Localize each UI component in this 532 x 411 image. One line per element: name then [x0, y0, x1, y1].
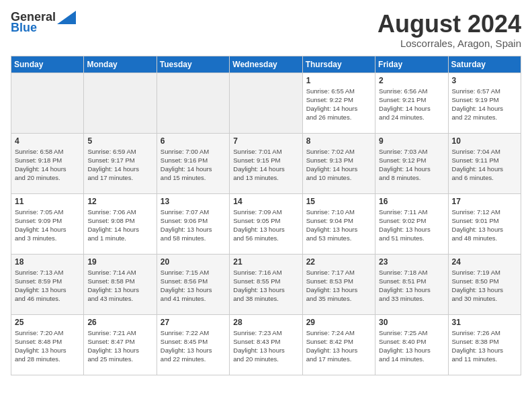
day-info: Sunrise: 7:23 AM Sunset: 8:43 PM Dayligh… [233, 328, 298, 364]
day-info: Sunrise: 6:55 AM Sunset: 9:22 PM Dayligh… [306, 87, 371, 122]
weekday-header-wednesday: Wednesday [230, 56, 302, 73]
day-info: Sunrise: 7:16 AM Sunset: 8:55 PM Dayligh… [233, 268, 298, 304]
day-info: Sunrise: 7:15 AM Sunset: 8:56 PM Dayligh… [161, 268, 226, 304]
day-info: Sunrise: 7:20 AM Sunset: 8:48 PM Dayligh… [15, 328, 80, 364]
day-info: Sunrise: 7:26 AM Sunset: 8:38 PM Dayligh… [452, 328, 517, 364]
day-info: Sunrise: 6:56 AM Sunset: 9:21 PM Dayligh… [379, 87, 444, 122]
day-number: 28 [233, 318, 298, 327]
weekday-header-friday: Friday [375, 56, 448, 73]
day-cell-23: 23Sunrise: 7:18 AM Sunset: 8:51 PM Dayli… [375, 254, 448, 314]
calendar-table: SundayMondayTuesdayWednesdayThursdayFrid… [11, 56, 521, 375]
day-number: 24 [452, 257, 517, 267]
day-info: Sunrise: 7:03 AM Sunset: 9:12 PM Dayligh… [379, 147, 444, 183]
day-info: Sunrise: 7:21 AM Sunset: 8:47 PM Dayligh… [87, 328, 152, 364]
day-cell-1: 1Sunrise: 6:55 AM Sunset: 9:22 PM Daylig… [302, 73, 375, 133]
day-info: Sunrise: 7:00 AM Sunset: 9:16 PM Dayligh… [161, 147, 226, 183]
day-number: 29 [306, 318, 371, 327]
day-number: 14 [233, 197, 298, 206]
day-number: 18 [15, 257, 80, 267]
day-cell-13: 13Sunrise: 7:07 AM Sunset: 9:06 PM Dayli… [157, 193, 229, 254]
day-info: Sunrise: 7:13 AM Sunset: 8:59 PM Dayligh… [15, 268, 80, 304]
day-info: Sunrise: 7:22 AM Sunset: 8:45 PM Dayligh… [161, 328, 226, 364]
day-cell-11: 11Sunrise: 7:05 AM Sunset: 9:09 PM Dayli… [11, 193, 84, 254]
day-info: Sunrise: 7:07 AM Sunset: 9:06 PM Dayligh… [161, 208, 226, 243]
weekday-header-sunday: Sunday [11, 56, 84, 73]
day-cell-27: 27Sunrise: 7:22 AM Sunset: 8:45 PM Dayli… [157, 314, 229, 375]
day-number: 3 [452, 76, 517, 85]
day-number: 22 [306, 257, 371, 267]
day-info: Sunrise: 7:11 AM Sunset: 9:02 PM Dayligh… [379, 208, 444, 243]
day-cell-7: 7Sunrise: 7:01 AM Sunset: 9:15 PM Daylig… [230, 133, 302, 193]
day-cell-20: 20Sunrise: 7:15 AM Sunset: 8:56 PM Dayli… [157, 254, 229, 314]
logo: General Blue [11, 11, 76, 35]
week-row-1: 1Sunrise: 6:55 AM Sunset: 9:22 PM Daylig… [11, 73, 521, 133]
day-info: Sunrise: 7:02 AM Sunset: 9:13 PM Dayligh… [306, 147, 371, 183]
logo-text-blue: Blue [11, 21, 37, 35]
day-cell-28: 28Sunrise: 7:23 AM Sunset: 8:43 PM Dayli… [230, 314, 302, 375]
day-info: Sunrise: 6:57 AM Sunset: 9:19 PM Dayligh… [452, 87, 517, 122]
day-number: 8 [306, 136, 371, 146]
weekday-header-thursday: Thursday [302, 56, 375, 73]
week-row-4: 18Sunrise: 7:13 AM Sunset: 8:59 PM Dayli… [11, 254, 521, 314]
day-cell-5: 5Sunrise: 6:59 AM Sunset: 9:17 PM Daylig… [84, 133, 157, 193]
day-cell-18: 18Sunrise: 7:13 AM Sunset: 8:59 PM Dayli… [11, 254, 84, 314]
day-info: Sunrise: 6:58 AM Sunset: 9:18 PM Dayligh… [15, 147, 80, 183]
day-info: Sunrise: 7:04 AM Sunset: 9:11 PM Dayligh… [452, 147, 517, 183]
day-cell-29: 29Sunrise: 7:24 AM Sunset: 8:42 PM Dayli… [302, 314, 375, 375]
day-info: Sunrise: 7:24 AM Sunset: 8:42 PM Dayligh… [306, 328, 371, 364]
day-info: Sunrise: 7:06 AM Sunset: 9:08 PM Dayligh… [87, 208, 152, 243]
day-number: 4 [15, 136, 80, 146]
weekday-header-monday: Monday [84, 56, 157, 73]
empty-cell [11, 73, 84, 133]
week-row-2: 4Sunrise: 6:58 AM Sunset: 9:18 PM Daylig… [11, 133, 521, 193]
day-number: 11 [15, 197, 80, 206]
day-info: Sunrise: 7:10 AM Sunset: 9:04 PM Dayligh… [306, 208, 371, 243]
day-number: 16 [379, 197, 444, 206]
day-info: Sunrise: 7:14 AM Sunset: 8:58 PM Dayligh… [87, 268, 152, 304]
day-number: 17 [452, 197, 517, 206]
day-number: 31 [452, 318, 517, 327]
day-info: Sunrise: 7:25 AM Sunset: 8:40 PM Dayligh… [379, 328, 444, 364]
day-cell-6: 6Sunrise: 7:00 AM Sunset: 9:16 PM Daylig… [157, 133, 229, 193]
day-cell-26: 26Sunrise: 7:21 AM Sunset: 8:47 PM Dayli… [84, 314, 157, 375]
empty-cell [157, 73, 229, 133]
day-cell-25: 25Sunrise: 7:20 AM Sunset: 8:48 PM Dayli… [11, 314, 84, 375]
day-cell-31: 31Sunrise: 7:26 AM Sunset: 8:38 PM Dayli… [448, 314, 521, 375]
weekday-header-saturday: Saturday [448, 56, 521, 73]
day-cell-14: 14Sunrise: 7:09 AM Sunset: 9:05 PM Dayli… [230, 193, 302, 254]
title-block: August 2024 Loscorrales, Aragon, Spain [378, 11, 521, 49]
day-number: 6 [161, 136, 226, 146]
weekday-header-tuesday: Tuesday [157, 56, 229, 73]
day-number: 21 [233, 257, 298, 267]
day-number: 10 [452, 136, 517, 146]
week-row-5: 25Sunrise: 7:20 AM Sunset: 8:48 PM Dayli… [11, 314, 521, 375]
day-cell-22: 22Sunrise: 7:17 AM Sunset: 8:53 PM Dayli… [302, 254, 375, 314]
day-info: Sunrise: 7:09 AM Sunset: 9:05 PM Dayligh… [233, 208, 298, 243]
day-cell-8: 8Sunrise: 7:02 AM Sunset: 9:13 PM Daylig… [302, 133, 375, 193]
day-number: 25 [15, 318, 80, 327]
svg-marker-0 [57, 11, 76, 24]
day-number: 2 [379, 76, 444, 85]
day-cell-12: 12Sunrise: 7:06 AM Sunset: 9:08 PM Dayli… [84, 193, 157, 254]
day-number: 7 [233, 136, 298, 146]
day-info: Sunrise: 7:05 AM Sunset: 9:09 PM Dayligh… [15, 208, 80, 243]
day-cell-15: 15Sunrise: 7:10 AM Sunset: 9:04 PM Dayli… [302, 193, 375, 254]
day-cell-19: 19Sunrise: 7:14 AM Sunset: 8:58 PM Dayli… [84, 254, 157, 314]
day-number: 13 [161, 197, 226, 206]
day-number: 5 [87, 136, 152, 146]
day-info: Sunrise: 6:59 AM Sunset: 9:17 PM Dayligh… [87, 147, 152, 183]
day-number: 15 [306, 197, 371, 206]
day-cell-10: 10Sunrise: 7:04 AM Sunset: 9:11 PM Dayli… [448, 133, 521, 193]
day-cell-3: 3Sunrise: 6:57 AM Sunset: 9:19 PM Daylig… [448, 73, 521, 133]
day-number: 1 [306, 76, 371, 85]
day-number: 26 [87, 318, 152, 327]
weekday-header-row: SundayMondayTuesdayWednesdayThursdayFrid… [11, 56, 521, 73]
day-info: Sunrise: 7:19 AM Sunset: 8:50 PM Dayligh… [452, 268, 517, 304]
day-info: Sunrise: 7:17 AM Sunset: 8:53 PM Dayligh… [306, 268, 371, 304]
logo-icon [57, 11, 76, 24]
day-number: 30 [379, 318, 444, 327]
day-number: 9 [379, 136, 444, 146]
day-number: 12 [87, 197, 152, 206]
page-header: General Blue August 2024 Loscorrales, Ar… [11, 11, 521, 49]
day-cell-24: 24Sunrise: 7:19 AM Sunset: 8:50 PM Dayli… [448, 254, 521, 314]
